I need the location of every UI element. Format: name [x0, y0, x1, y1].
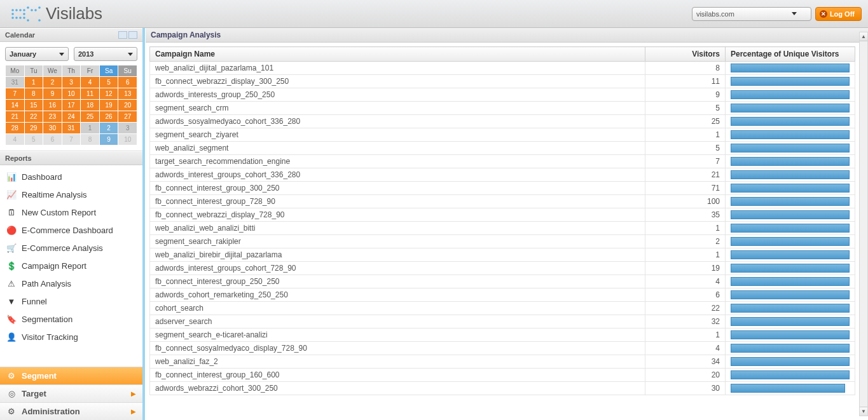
report-item[interactable]: 🛒E-Commerce Analysis — [0, 239, 142, 257]
table-row[interactable]: web_analizi_segment5 — [150, 142, 855, 155]
calendar-day[interactable]: 8 — [24, 88, 43, 100]
calendar-day[interactable]: 4 — [81, 77, 100, 88]
calendar-day[interactable]: 3 — [118, 123, 137, 134]
calendar-day[interactable]: 31 — [6, 77, 25, 88]
calendar-day[interactable]: 24 — [62, 111, 81, 123]
domain-select[interactable]: visilabs.com — [692, 7, 811, 21]
table-row[interactable]: adwords_interests_group_250_2509 — [150, 88, 855, 102]
calendar-day[interactable]: 26 — [99, 111, 118, 123]
calendar-day[interactable]: 10 — [62, 88, 81, 100]
bottom-menu-item[interactable]: ⚙Segment — [0, 367, 142, 384]
cell-campaign-name: adwords_cohort_remarketing_250_250 — [150, 288, 645, 302]
calendar-day[interactable]: 25 — [81, 111, 100, 123]
calendar-day[interactable]: 23 — [43, 111, 62, 123]
calendar-day[interactable]: 4 — [6, 134, 25, 146]
report-item[interactable]: 📊Dashboard — [0, 168, 142, 186]
brand-logo: Visilabs — [6, 4, 102, 24]
table-row[interactable]: fb_connect_interest_group_728_90100 — [150, 195, 855, 208]
table-row[interactable]: cohort_search22 — [150, 302, 855, 315]
vertical-scrollbar[interactable]: ▲ ▼ — [859, 32, 868, 416]
year-select[interactable]: 2013 — [74, 47, 137, 61]
calendar-day[interactable]: 30 — [43, 123, 62, 134]
calendar-day[interactable]: 1 — [81, 123, 100, 134]
calendar-day[interactable]: 18 — [81, 100, 100, 111]
table-row[interactable]: web_analizi_birebir_dijital_pazarlama1 — [150, 248, 855, 262]
calendar-day[interactable]: 28 — [6, 123, 25, 134]
table-row[interactable]: segment_search_ziyaret1 — [150, 128, 855, 142]
table-row[interactable]: segment_search_crm5 — [150, 102, 855, 115]
scroll-down-icon[interactable]: ▼ — [860, 407, 867, 416]
calendar-day[interactable]: 6 — [43, 134, 62, 146]
calendar-day[interactable]: 14 — [6, 100, 25, 111]
calendar-day[interactable]: 12 — [99, 88, 118, 100]
report-item[interactable]: 💲Campaign Report — [0, 257, 142, 274]
calendar-day[interactable]: 13 — [118, 88, 137, 100]
calendar-tools — [118, 31, 137, 39]
table-row[interactable]: web_analizi_dijital_pazarlama_1018 — [150, 62, 855, 75]
calendar-day[interactable]: 7 — [6, 88, 25, 100]
calendar-day[interactable]: 10 — [118, 134, 137, 146]
calendar-day[interactable]: 5 — [24, 134, 43, 146]
table-row[interactable]: adserver_search32 — [150, 315, 855, 329]
calendar-day[interactable]: 27 — [118, 111, 137, 123]
table-row[interactable]: fb_connect_interest_group_250_2504 — [150, 275, 855, 288]
cell-visitors: 6 — [645, 288, 726, 302]
table-row[interactable]: adwords_cohort_remarketing_250_2506 — [150, 288, 855, 302]
calendar-day[interactable]: 19 — [99, 100, 118, 111]
calendar-day[interactable]: 1 — [24, 77, 43, 88]
calendar-day[interactable]: 16 — [43, 100, 62, 111]
calendar-day[interactable]: 29 — [24, 123, 43, 134]
calendar-tool-icon[interactable] — [118, 31, 127, 39]
calendar-day[interactable]: 31 — [62, 123, 81, 134]
calendar-day[interactable]: 11 — [81, 88, 100, 100]
table-row[interactable]: fb_connect_webrazzi_display_300_25011 — [150, 75, 855, 88]
svg-point-0 — [11, 9, 14, 11]
calendar-day[interactable]: 7 — [62, 134, 81, 146]
report-item[interactable]: ⚠Path Analysis — [0, 274, 142, 292]
calendar-day[interactable]: 15 — [24, 100, 43, 111]
bottom-menu-item[interactable]: ◎Target▶ — [0, 384, 142, 402]
calendar-day[interactable]: 21 — [6, 111, 25, 123]
table-row[interactable]: fb_connect_interest_group_160_60020 — [150, 369, 855, 382]
calendar-day[interactable]: 3 — [62, 77, 81, 88]
calendar-day[interactable]: 6 — [118, 77, 137, 88]
month-select[interactable]: January — [5, 47, 69, 61]
calendar-tool-icon[interactable] — [128, 31, 137, 39]
calendar-day[interactable]: 5 — [99, 77, 118, 88]
table-row[interactable]: fb_connect_interest_group_300_25071 — [150, 182, 855, 195]
calendar-day[interactable]: 9 — [43, 88, 62, 100]
calendar-day[interactable]: 17 — [62, 100, 81, 111]
report-item[interactable]: 🗓New Custom Report — [0, 203, 142, 221]
logoff-button[interactable]: ✕ Log Off — [815, 7, 862, 21]
cell-campaign-name: segment_search_rakipler — [150, 235, 645, 248]
cell-visitors: 35 — [645, 208, 726, 222]
calendar-day[interactable]: 20 — [118, 100, 137, 111]
table-row[interactable]: adwords_webrazzi_cohort_300_25030 — [150, 382, 855, 395]
report-item[interactable]: 📈Realtime Analysis — [0, 186, 142, 203]
table-row[interactable]: adwords_sosyalmedyaco_cohort_336_28025 — [150, 115, 855, 128]
bottom-menu-item[interactable]: ⚙Administration▶ — [0, 402, 142, 420]
table-row[interactable]: adwords_interest_groups_cohort_728_9019 — [150, 262, 855, 275]
calendar-day[interactable]: 2 — [43, 77, 62, 88]
table-row[interactable]: segment_search_e-ticaret-analizi1 — [150, 329, 855, 342]
table-row[interactable]: segment_search_rakipler2 — [150, 235, 855, 248]
col-campaign-name[interactable]: Campaign Name — [150, 47, 645, 62]
report-label: Segmentation — [22, 315, 72, 324]
calendar-day[interactable]: 2 — [99, 123, 118, 134]
calendar-day[interactable]: 8 — [81, 134, 100, 146]
table-row[interactable]: web_analizi_faz_234 — [150, 355, 855, 369]
table-row[interactable]: adwords_interest_groups_cohort_336_28021 — [150, 168, 855, 182]
table-row[interactable]: target_search_recommendation_engine7 — [150, 155, 855, 168]
report-item[interactable]: 🔴E-Commerce Dashboard — [0, 221, 142, 239]
report-item[interactable]: 👤Visitor Tracking — [0, 328, 142, 346]
table-row[interactable]: fb_connect_sosyalmedyaco_display_728_904 — [150, 342, 855, 355]
calendar-day[interactable]: 9 — [99, 134, 118, 146]
calendar-day[interactable]: 22 — [24, 111, 43, 123]
col-visitors[interactable]: Visitors — [645, 47, 726, 62]
col-percent[interactable]: Percentage of Unique Visitors — [726, 47, 855, 62]
table-row[interactable]: web_analizi_web_analizi_bitti1 — [150, 222, 855, 235]
report-item[interactable]: 🔖Segmentation — [0, 310, 142, 328]
report-item[interactable]: ▼Funnel — [0, 292, 142, 310]
table-row[interactable]: fb_connect_webrazzi_display_728_9035 — [150, 208, 855, 222]
scroll-up-icon[interactable]: ▲ — [860, 32, 867, 41]
